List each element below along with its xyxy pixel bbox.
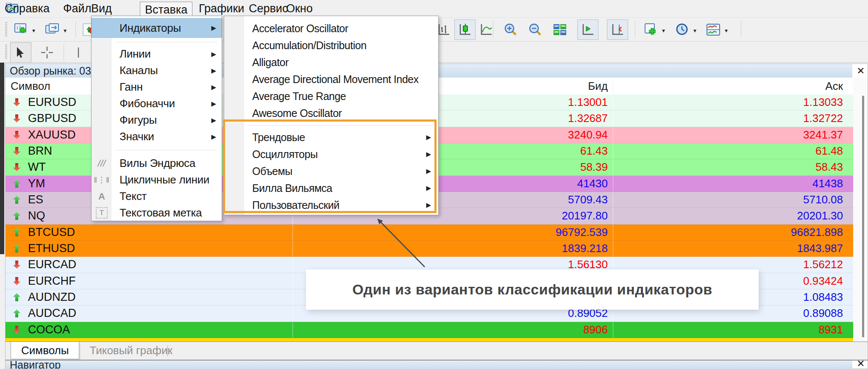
line-chart-mode-button[interactable] [476,19,497,40]
menu-item-label: Линии [120,47,151,61]
menu-item-label: Индикаторы [120,22,181,35]
timeframes-caret-icon[interactable]: ▾ [693,27,696,34]
ask-value: 1843.987 [613,241,848,256]
vertical-line-tool-button[interactable] [68,42,89,63]
indicator-menu-item[interactable]: Accumulation/Distribution ▶ [224,37,438,54]
submenu-arrow-icon: ▶ [211,100,216,108]
menu-item-icon: T [96,207,108,219]
profiles-caret-icon[interactable]: ▾ [64,27,67,34]
menu-item-label: Текст [120,190,147,203]
menubar-item-label: Вид [91,2,112,15]
zoom-in-button[interactable] [500,19,521,40]
menu-item-icon: ‖⋮‖ [93,175,110,185]
auto-scroll-button[interactable] [577,19,598,40]
insert-menu-item[interactable]: ▶ [92,38,222,46]
symbol-name: AUDNZD [28,291,76,304]
symbol-name: YM [28,177,45,190]
symbol-name: GBPUSD [28,112,76,125]
price-down-arrow-icon [13,98,20,106]
templates-caret-icon[interactable]: ▾ [725,27,728,34]
symbol-name: XAUUSD [28,128,76,141]
cursor-tool-button[interactable] [10,42,31,63]
menu-item-label: Average Directional Movement Index [252,73,418,86]
market-watch-close-icon[interactable]: ✕ [853,64,868,77]
indicator-menu-item[interactable]: Accelerator Oscillator ▶ [224,20,438,37]
indicator-menu-item[interactable]: Average Directional Movement Index ▶ [224,71,438,88]
insert-menu-item[interactable]: ▶ [92,145,222,155]
profiles-button[interactable] [42,19,63,40]
insert-menu-item[interactable]: Фигуры ▶ [92,112,222,128]
insert-menu-item[interactable]: Каналы ▶ [92,62,222,79]
toolbar-grip[interactable] [5,22,7,37]
insert-menu-item[interactable]: Значки ▶ [92,128,222,145]
menu-item-label: Фибоначчи [120,97,175,110]
market-watch-tabs: Символы Тиковый график [6,341,868,360]
indicator-menu-item[interactable]: Awesome Oscillator ▶ [224,105,438,122]
menubar-item[interactable]: Окно [281,2,317,16]
timeframes-button[interactable] [671,19,693,40]
indicator-menu-item[interactable]: Average True Range ▶ [224,88,438,105]
insert-menu-item[interactable]: T Текстовая метка ▶ [92,205,222,221]
bid-value: 96792.539 [293,225,613,240]
symbol-name: EURCHF [28,275,76,288]
add-indicator-caret-icon[interactable]: ▾ [662,27,665,34]
menubar-item-label: Окно [286,2,313,15]
candlestick-mode-button[interactable] [454,19,476,40]
menu-item-label: Фигуры [120,114,157,127]
submenu-arrow-icon: ▶ [211,24,216,32]
ask-value: 5710.08 [613,192,848,208]
vertical-scrollbar[interactable] [862,96,864,337]
column-header-ask[interactable]: Аск [613,78,848,94]
add-indicator-button[interactable] [640,19,661,40]
symbol-name: AUDCAD [28,307,76,320]
tab-divider [167,345,168,356]
insert-menu-item[interactable]: Фибоначчи ▶ [92,95,222,112]
toolbar-grip[interactable] [5,44,7,60]
annotation-text: Один из вариантов классификации индикато… [352,281,712,298]
insert-menu-item[interactable]: Индикаторы ▶ [92,18,222,38]
navigator-close-icon[interactable]: ✕ [853,357,868,369]
symbol-name: WT [28,161,46,174]
menu-item-label: Ганн [120,80,143,94]
indicator-menu-item[interactable]: Alligator ▶ [224,54,438,71]
price-up-arrow-icon [13,293,20,301]
menubar-item[interactable]: Графики [194,2,249,16]
tab-label: Тиковый график [89,344,172,357]
new-chart-caret-icon[interactable]: ▾ [32,27,35,34]
menubar-item[interactable]: Справка [0,2,54,16]
tab[interactable]: Символы [11,342,79,359]
bid-value: 1839.218 [293,241,613,256]
navigator-title-bar[interactable]: Навигатор [6,361,852,369]
menu-item-label: Awesome Oscillator [252,107,342,119]
menu-bar: Файл Вид Вставка Графики Сервис [0,0,868,18]
market-watch-title: Обзор рынка: 03:3 [10,65,100,77]
menubar-item-label: Справка [5,2,50,15]
price-down-arrow-icon [13,163,20,171]
price-up-arrow-icon [13,228,20,236]
zoom-out-button[interactable] [525,19,546,40]
menubar-item[interactable]: Вид [86,2,117,16]
scrollbar-track [853,78,868,341]
menu-item-label: Каналы [120,64,158,77]
chart-shift-button[interactable] [607,19,628,40]
crosshair-tool-button[interactable] [36,42,58,63]
insert-menu-item[interactable]: A Текст ▶ [92,188,222,205]
insert-menu-item[interactable]: Ганн ▶ [92,79,222,95]
submenu-arrow-icon: ▶ [211,67,216,75]
insert-menu-item[interactable]: ‖⋮‖ Цикличные линии ▶ [92,172,222,188]
table-row[interactable]: COCOA 8906 8931 [6,322,853,338]
symbol-name: COCOA [28,323,70,336]
annotation-arrow [369,212,432,271]
insert-menu-item[interactable]: /// Вилы Эндрюса ▶ [92,155,222,172]
menu-item-icon: A [93,191,110,202]
navigator-title: Навигатор [10,359,61,369]
tile-windows-button[interactable] [549,19,570,40]
price-up-arrow-icon [13,196,20,204]
new-chart-button[interactable] [10,19,31,40]
symbol-name: BTCUSD [28,226,75,239]
insert-menu-item[interactable]: Линии ▶ [92,46,222,62]
templates-button[interactable] [703,19,724,40]
submenu-arrow-icon: ▶ [211,133,216,141]
row-highlight-bar [6,338,853,341]
menu-item-icon: /// [93,158,110,169]
